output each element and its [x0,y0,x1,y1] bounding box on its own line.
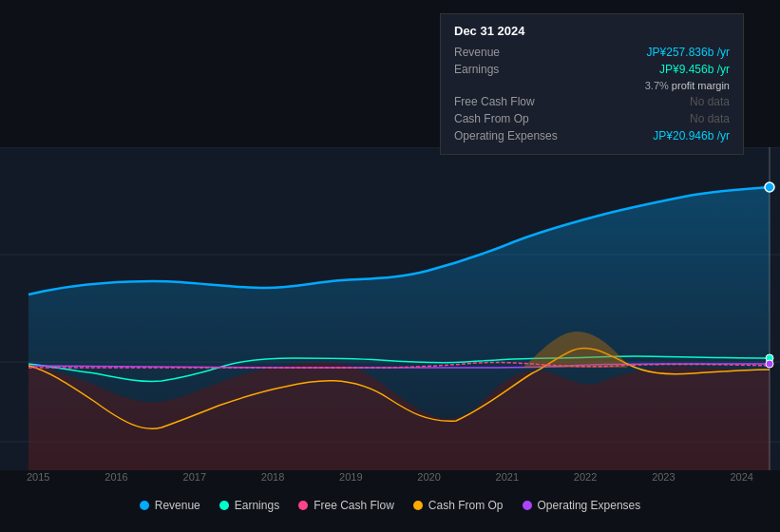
x-label-2017: 2017 [183,471,206,483]
tooltip-value-revenue: JP¥257.836b /yr [647,46,730,59]
legend-item-cashop[interactable]: Cash From Op [413,499,504,512]
tooltip-row-cashop: Cash From Op No data [454,110,730,127]
legend-label-opex: Operating Expenses [538,499,641,512]
x-label-2022: 2022 [574,471,597,483]
legend-dot-fcf [298,501,308,510]
svg-point-8 [766,360,773,368]
tooltip-value-opex: JP¥20.946b /yr [653,129,730,142]
tooltip-row-revenue: Revenue JP¥257.836b /yr [454,44,730,61]
x-label-2018: 2018 [261,471,284,483]
tooltip-row-earnings: Earnings JP¥9.456b /yr [454,61,730,78]
tooltip-value-cashop: No data [690,112,730,125]
x-label-2015: 2015 [27,471,49,483]
legend-label-fcf: Free Cash Flow [314,499,394,512]
tooltip-label-earnings: Earnings [454,63,578,76]
legend: Revenue Earnings Free Cash Flow Cash Fro… [0,493,780,518]
tooltip-value-earnings: JP¥9.456b /yr [659,63,730,76]
legend-item-fcf[interactable]: Free Cash Flow [298,499,394,512]
x-label-2020: 2020 [417,471,440,483]
legend-dot-earnings [219,501,229,510]
tooltip-date: Dec 31 2024 [454,24,730,38]
chart-container: Dec 31 2024 Revenue JP¥257.836b /yr Earn… [0,0,780,532]
x-label-2024: 2024 [730,471,752,483]
legend-label-revenue: Revenue [155,499,200,512]
tooltip-row-margin: 3.7% profit margin [454,78,730,93]
x-label-2019: 2019 [339,471,362,483]
x-axis: 2015 2016 2017 2018 2019 2020 2021 2022 … [0,471,780,483]
tooltip-value-fcf: No data [690,95,730,108]
svg-point-6 [765,182,774,192]
x-label-2023: 2023 [652,471,675,483]
tooltip-box: Dec 31 2024 Revenue JP¥257.836b /yr Earn… [440,13,744,155]
legend-dot-cashop [413,501,423,510]
x-label-2016: 2016 [105,471,127,483]
tooltip-label-revenue: Revenue [454,46,578,59]
legend-dot-revenue [140,501,149,510]
tooltip-row-fcf: Free Cash Flow No data [454,93,730,110]
legend-label-earnings: Earnings [235,499,279,512]
legend-item-opex[interactable]: Operating Expenses [523,499,641,512]
tooltip-row-opex: Operating Expenses JP¥20.946b /yr [454,127,730,144]
tooltip-label-cashop: Cash From Op [454,112,578,125]
x-label-2021: 2021 [496,471,519,483]
legend-label-cashop: Cash From Op [428,499,504,512]
tooltip-label-opex: Operating Expenses [454,129,578,142]
tooltip-value-margin: 3.7% profit margin [645,80,730,91]
legend-item-revenue[interactable]: Revenue [140,499,200,512]
legend-dot-opex [523,501,532,510]
tooltip-label-fcf: Free Cash Flow [454,95,578,108]
legend-item-earnings[interactable]: Earnings [219,499,279,512]
